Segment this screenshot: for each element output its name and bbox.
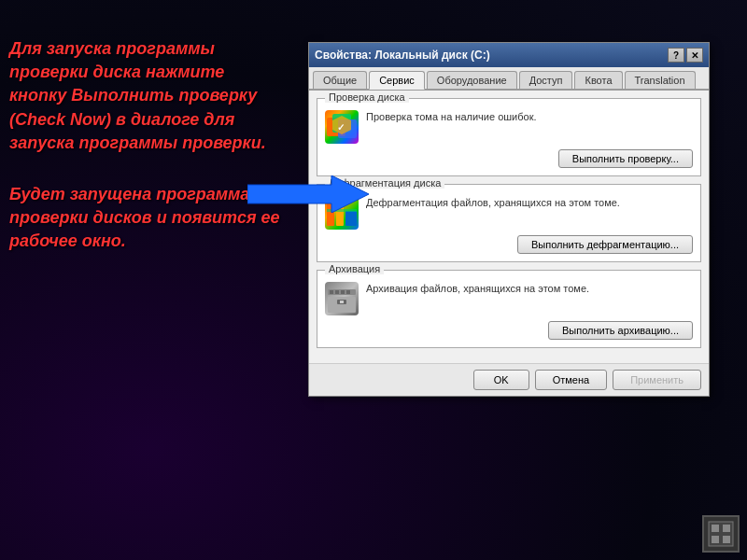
check-now-button[interactable]: Выполнить проверку...: [558, 149, 693, 168]
defrag-button[interactable]: Выполнить дефрагментацию...: [517, 235, 693, 254]
arrow-indicator: [247, 175, 369, 217]
cancel-button[interactable]: Отмена: [535, 370, 607, 390]
corner-icon: [702, 515, 740, 553]
dialog-content: Проверка диска ✓ Проверка тома на наличи…: [309, 91, 709, 363]
disk-check-icon: ✓: [325, 110, 359, 144]
svg-rect-22: [723, 536, 730, 543]
instruction-text-1: Для запуска программы проверки диска наж…: [9, 37, 280, 155]
archive-title: Архивация: [325, 263, 384, 274]
ok-button[interactable]: OK: [473, 370, 529, 390]
svg-rect-20: [723, 525, 730, 532]
close-button[interactable]: ✕: [686, 48, 703, 63]
title-bar-buttons: ? ✕: [668, 48, 703, 63]
archive-button[interactable]: Выполнить архивацию...: [548, 321, 693, 340]
archive-section: Архивация Архивация файлов, хранящихся н…: [317, 270, 701, 348]
tab-obshie[interactable]: Общие: [313, 71, 367, 89]
disk-check-section: Проверка диска ✓ Проверка тома на наличи…: [317, 98, 701, 176]
help-button[interactable]: ?: [668, 48, 684, 63]
svg-rect-15: [335, 290, 339, 294]
svg-rect-21: [712, 536, 719, 543]
tab-kvota[interactable]: Квота: [574, 71, 622, 89]
tab-oborudovanie[interactable]: Оборудование: [427, 71, 517, 89]
svg-rect-11: [328, 297, 356, 313]
svg-text:✓: ✓: [337, 122, 345, 133]
tab-bar: Общие Сервис Оборудование Доступ Квота T…: [309, 67, 709, 91]
archive-description: Архивация файлов, хранящихся на этом том…: [366, 282, 693, 296]
archive-icon: [325, 282, 359, 315]
disk-check-title: Проверка диска: [325, 91, 409, 103]
svg-rect-13: [340, 301, 344, 303]
tab-translation[interactable]: Translation: [625, 71, 696, 89]
dialog-title: Свойства: Локальный диск (C:): [315, 49, 490, 62]
properties-dialog: Свойства: Локальный диск (C:) ? ✕ Общие …: [308, 42, 710, 397]
disk-check-description: Проверка тома на наличие ошибок.: [366, 110, 693, 124]
tab-dostup[interactable]: Доступ: [519, 71, 573, 89]
left-panel: Для запуска программы проверки диска наж…: [9, 37, 280, 254]
svg-rect-19: [712, 525, 719, 532]
instruction-text-2: Будет запущена программа проверки дисков…: [9, 183, 280, 254]
defrag-section: Дефрагментация диска Дефрагментация файл…: [317, 184, 701, 262]
dialog-footer: OK Отмена Применить: [309, 363, 709, 396]
apply-button[interactable]: Применить: [613, 370, 701, 390]
svg-rect-17: [346, 290, 350, 294]
tab-servis[interactable]: Сервис: [369, 71, 425, 90]
title-bar: Свойства: Локальный диск (C:) ? ✕: [309, 43, 709, 67]
svg-rect-16: [341, 290, 345, 294]
defrag-description: Дефрагментация файлов, хранящихся на это…: [366, 196, 693, 210]
svg-rect-14: [330, 290, 333, 294]
svg-marker-0: [247, 175, 369, 213]
